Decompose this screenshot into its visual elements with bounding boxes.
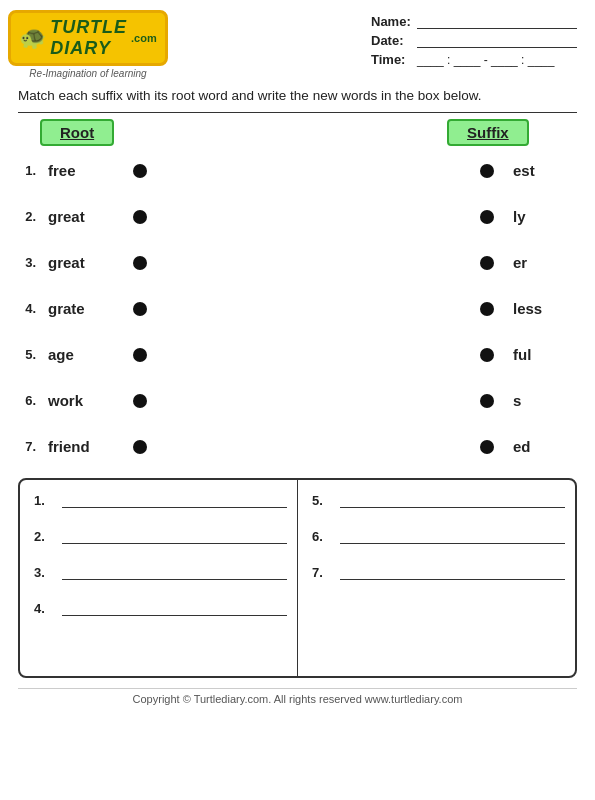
logo-area: 🐢 TURTLE DIARY .com Re-Imagination of le… bbox=[18, 10, 158, 79]
dot-right-2 bbox=[467, 210, 507, 224]
left-dot-6 bbox=[133, 394, 147, 408]
answer-col-right: 5. 6. 7. bbox=[297, 480, 575, 676]
dot-right-1 bbox=[467, 164, 507, 178]
right-dot-2 bbox=[480, 210, 494, 224]
dot-right-4 bbox=[467, 302, 507, 316]
root-column-header: Root bbox=[40, 119, 190, 146]
suffix-word-7: ed bbox=[507, 438, 577, 455]
answer-box: 1. 2. 3. 4. 5. 6. bbox=[18, 478, 577, 678]
suffix-header-cell: Suffix bbox=[447, 119, 529, 146]
date-label: Date: bbox=[371, 33, 411, 48]
time-row: Time: ____ : ____ - ____ : ____ bbox=[371, 52, 577, 67]
answer-item-1: 1. bbox=[34, 490, 287, 508]
answer-line-2 bbox=[62, 526, 287, 544]
footer: Copyright © Turtlediary.com. All rights … bbox=[18, 688, 577, 705]
right-dot-4 bbox=[480, 302, 494, 316]
answer-num-1: 1. bbox=[34, 493, 56, 508]
left-dot-1 bbox=[133, 164, 147, 178]
answer-num-7: 7. bbox=[312, 565, 334, 580]
right-dot-3 bbox=[480, 256, 494, 270]
row-num-2: 2. bbox=[18, 209, 40, 224]
dot-left-4 bbox=[120, 302, 160, 316]
time-format: ____ : ____ - ____ : ____ bbox=[417, 53, 554, 67]
root-word-6: work bbox=[40, 392, 120, 409]
dot-left-3 bbox=[120, 256, 160, 270]
answer-num-2: 2. bbox=[34, 529, 56, 544]
left-dot-5 bbox=[133, 348, 147, 362]
match-row-4: 4. grate less bbox=[18, 286, 577, 332]
row-num-7: 7. bbox=[18, 439, 40, 454]
date-line bbox=[417, 34, 577, 48]
match-row-6: 6. work s bbox=[18, 378, 577, 424]
root-word-3: great bbox=[40, 254, 120, 271]
divider bbox=[18, 112, 577, 113]
right-dot-6 bbox=[480, 394, 494, 408]
com-text: .com bbox=[131, 32, 157, 44]
root-word-2: great bbox=[40, 208, 120, 225]
row-num-1: 1. bbox=[18, 163, 40, 178]
dot-right-6 bbox=[467, 394, 507, 408]
name-line bbox=[417, 15, 577, 29]
answer-line-1 bbox=[62, 490, 287, 508]
row-num-6: 6. bbox=[18, 393, 40, 408]
answer-col-left: 1. 2. 3. 4. bbox=[20, 480, 297, 676]
root-word-5: age bbox=[40, 346, 120, 363]
answer-item-4: 4. bbox=[34, 598, 287, 616]
suffix-word-4: less bbox=[507, 300, 577, 317]
root-word-1: free bbox=[40, 162, 120, 179]
column-headers: Root Suffix bbox=[18, 119, 577, 146]
answer-line-5 bbox=[340, 490, 565, 508]
suffix-word-3: er bbox=[507, 254, 577, 271]
suffix-word-5: ful bbox=[507, 346, 577, 363]
row-num-5: 5. bbox=[18, 347, 40, 362]
logo-box: 🐢 TURTLE DIARY .com bbox=[8, 10, 167, 66]
answer-line-3 bbox=[62, 562, 287, 580]
right-dot-1 bbox=[480, 164, 494, 178]
right-dot-7 bbox=[480, 440, 494, 454]
match-row-3: 3. great er bbox=[18, 240, 577, 286]
dot-left-5 bbox=[120, 348, 160, 362]
header: 🐢 TURTLE DIARY .com Re-Imagination of le… bbox=[18, 10, 577, 79]
root-word-4: grate bbox=[40, 300, 120, 317]
dot-left-1 bbox=[120, 164, 160, 178]
answer-line-4 bbox=[62, 598, 287, 616]
turtle-icon: 🐢 bbox=[19, 25, 46, 51]
logo-text: TURTLE DIARY bbox=[50, 17, 127, 59]
answer-item-5: 5. bbox=[312, 490, 565, 508]
match-row-7: 7. friend ed bbox=[18, 424, 577, 470]
answer-item-3: 3. bbox=[34, 562, 287, 580]
dot-left-7 bbox=[120, 440, 160, 454]
name-area: Name: Date: Time: ____ : ____ - ____ : _… bbox=[371, 10, 577, 67]
right-dot-5 bbox=[480, 348, 494, 362]
suffix-word-2: ly bbox=[507, 208, 577, 225]
time-label: Time: bbox=[371, 52, 411, 67]
answer-num-5: 5. bbox=[312, 493, 334, 508]
root-header-cell: Root bbox=[40, 119, 114, 146]
page: 🐢 TURTLE DIARY .com Re-Imagination of le… bbox=[0, 0, 595, 800]
left-dot-2 bbox=[133, 210, 147, 224]
dot-left-2 bbox=[120, 210, 160, 224]
answer-num-3: 3. bbox=[34, 565, 56, 580]
answer-line-7 bbox=[340, 562, 565, 580]
match-row-5: 5. age ful bbox=[18, 332, 577, 378]
dot-right-5 bbox=[467, 348, 507, 362]
suffix-column-header: Suffix bbox=[447, 119, 567, 146]
answer-item-2: 2. bbox=[34, 526, 287, 544]
suffix-word-6: s bbox=[507, 392, 577, 409]
answer-item-6: 6. bbox=[312, 526, 565, 544]
dot-right-3 bbox=[467, 256, 507, 270]
answer-num-4: 4. bbox=[34, 601, 56, 616]
left-dot-7 bbox=[133, 440, 147, 454]
name-row: Name: bbox=[371, 14, 577, 29]
answer-num-6: 6. bbox=[312, 529, 334, 544]
match-row-2: 2. great ly bbox=[18, 194, 577, 240]
suffix-word-1: est bbox=[507, 162, 577, 179]
instructions: Match each suffix with its root word and… bbox=[18, 87, 577, 106]
match-row-1: 1. free est bbox=[18, 148, 577, 194]
matching-area: Root Suffix 1. free est 2. great ly 3. bbox=[18, 119, 577, 470]
date-row: Date: bbox=[371, 33, 577, 48]
row-num-4: 4. bbox=[18, 301, 40, 316]
answer-item-7: 7. bbox=[312, 562, 565, 580]
answer-line-6 bbox=[340, 526, 565, 544]
left-dot-4 bbox=[133, 302, 147, 316]
